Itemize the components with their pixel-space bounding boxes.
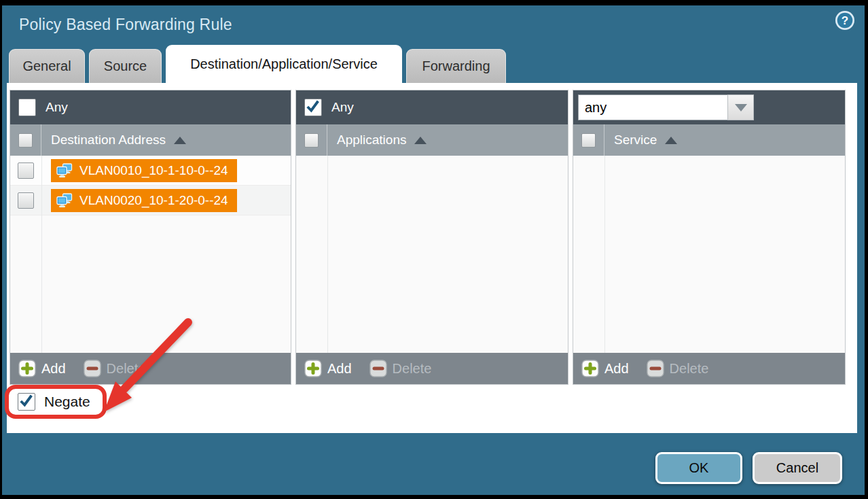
cancel-button-label: Cancel <box>776 460 818 476</box>
address-object-label: VLAN0020_10-1-20-0--24 <box>79 193 228 208</box>
dialog-titlebar: Policy Based Forwarding Rule ? <box>2 5 865 45</box>
delete-minus-icon <box>647 360 664 377</box>
applications-column: Any Applications Add Delete <box>295 90 568 385</box>
service-dropdown-button[interactable] <box>727 94 754 120</box>
tab-general[interactable]: General <box>9 49 85 83</box>
destination-add-button[interactable]: Add <box>18 360 66 377</box>
tab-content-panel: Any Destination Address VLAN0010_10-1-10… <box>7 83 857 433</box>
applications-footer: Add Delete <box>296 353 568 384</box>
sort-ascending-icon <box>665 137 677 144</box>
service-column: any Service Add <box>573 90 846 385</box>
ok-button[interactable]: OK <box>655 452 742 484</box>
destination-footer: Add Delete <box>10 353 291 384</box>
tab-bar: General Source Destination/Application/S… <box>9 45 506 83</box>
add-plus-icon <box>304 360 322 377</box>
applications-header-label: Applications <box>337 133 406 148</box>
applications-delete-button[interactable]: Delete <box>369 360 432 377</box>
service-dropdown-bar: any <box>573 90 845 124</box>
destination-header-label: Destination Address <box>51 133 166 148</box>
address-object-chip[interactable]: VLAN0020_10-1-20-0--24 <box>51 189 237 212</box>
address-object-label: VLAN0010_10-1-10-0--24 <box>79 163 228 178</box>
address-object-chip[interactable]: VLAN0010_10-1-10-0--24 <box>51 159 237 182</box>
cancel-button[interactable]: Cancel <box>753 452 842 484</box>
sort-ascending-icon <box>174 137 186 144</box>
pbf-rule-dialog: Policy Based Forwarding Rule ? General S… <box>2 5 865 495</box>
negate-label: Negate <box>44 394 90 410</box>
row-checkbox-cell <box>10 192 41 209</box>
delete-button-label: Delete <box>393 361 432 377</box>
negate-annotation-highlight: Negate <box>5 385 107 419</box>
chevron-down-icon <box>735 104 747 111</box>
dialog-title: Policy Based Forwarding Rule <box>19 16 232 34</box>
destination-address-column: Any Destination Address VLAN0010_10-1-10… <box>10 90 291 385</box>
tab-destination-application-service[interactable]: Destination/Application/Service <box>166 45 402 83</box>
service-type-dropdown[interactable]: any <box>578 94 754 120</box>
tab-general-label: General <box>22 58 71 74</box>
help-icon[interactable]: ? <box>835 10 855 31</box>
tab-source[interactable]: Source <box>89 49 162 83</box>
row-checkbox[interactable] <box>18 162 34 179</box>
applications-any-bar: Any <box>296 90 568 124</box>
service-dropdown-value: any <box>578 94 727 120</box>
destination-list: VLAN0010_10-1-10-0--24 VLAN0020_10-1-20-… <box>10 156 291 353</box>
add-button-label: Add <box>604 361 629 377</box>
row-checkbox[interactable] <box>18 192 34 209</box>
applications-any-checkbox[interactable] <box>304 99 322 116</box>
svg-text:?: ? <box>842 14 848 27</box>
service-header-checkbox-cell <box>573 124 604 156</box>
service-delete-button[interactable]: Delete <box>647 360 709 377</box>
destination-any-checkbox[interactable] <box>18 99 36 116</box>
service-add-button[interactable]: Add <box>581 360 629 377</box>
destination-select-all-checkbox[interactable] <box>18 133 33 148</box>
applications-add-button[interactable]: Add <box>304 360 352 377</box>
delete-button-label: Delete <box>107 361 146 377</box>
applications-column-header[interactable]: Applications <box>296 124 568 156</box>
applications-any-label: Any <box>331 100 354 115</box>
service-select-all-checkbox[interactable] <box>581 133 596 148</box>
service-header-label: Service <box>614 133 657 148</box>
tab-forwarding[interactable]: Forwarding <box>406 49 506 83</box>
service-column-header[interactable]: Service <box>573 124 845 156</box>
service-list <box>573 156 845 353</box>
add-button-label: Add <box>327 361 352 377</box>
applications-header-checkbox-cell <box>296 124 327 156</box>
address-list-row[interactable]: VLAN0020_10-1-20-0--24 <box>10 186 291 216</box>
row-checkbox-cell <box>10 162 41 179</box>
destination-any-label: Any <box>46 100 68 115</box>
delete-button-label: Delete <box>670 361 709 377</box>
tab-forwarding-label: Forwarding <box>422 58 490 74</box>
destination-column-header[interactable]: Destination Address <box>10 124 291 156</box>
delete-minus-icon <box>84 360 101 377</box>
add-plus-icon <box>18 360 36 377</box>
add-plus-icon <box>581 360 599 377</box>
tab-source-label: Source <box>104 58 147 74</box>
destination-any-bar: Any <box>10 90 291 124</box>
negate-checkbox[interactable] <box>18 393 35 411</box>
sort-ascending-icon <box>414 137 427 144</box>
add-button-label: Add <box>41 361 66 377</box>
service-footer: Add Delete <box>573 353 845 384</box>
applications-list <box>296 156 568 353</box>
destination-delete-button[interactable]: Delete <box>84 360 146 377</box>
network-hosts-icon <box>56 193 73 208</box>
ok-button-label: OK <box>689 460 709 476</box>
address-list-row[interactable]: VLAN0010_10-1-10-0--24 <box>10 156 291 186</box>
delete-minus-icon <box>369 360 387 377</box>
destination-header-checkbox-cell <box>10 124 41 156</box>
applications-select-all-checkbox[interactable] <box>304 133 319 148</box>
network-hosts-icon <box>56 163 73 178</box>
tab-das-label: Destination/Application/Service <box>190 56 378 72</box>
